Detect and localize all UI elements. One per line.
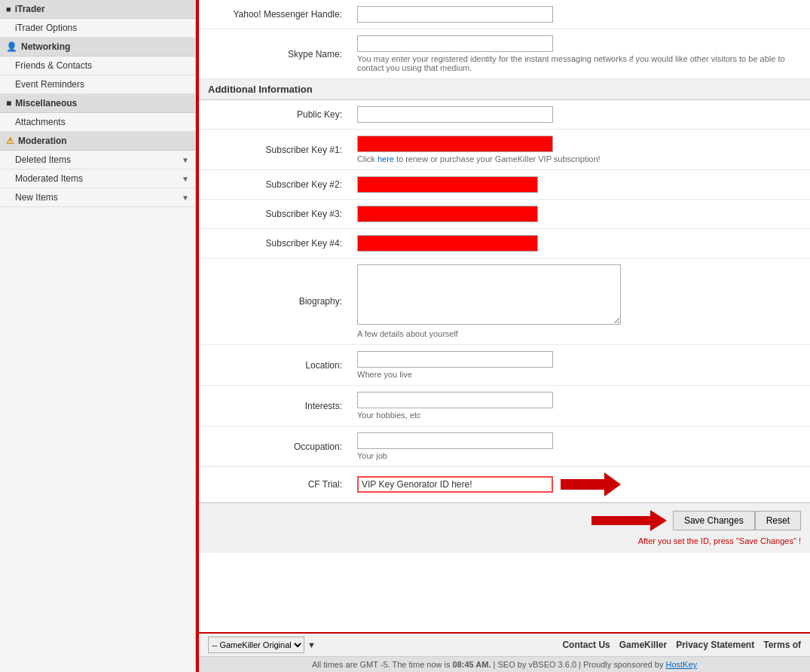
theme-select-area: -- GameKiller Original ▼ xyxy=(208,637,316,653)
subscriber-key-4-label: Subscriber Key #4: xyxy=(199,229,350,258)
chevron-down-icon: ▼ xyxy=(182,156,189,164)
sidebar-section-moderation-label: Moderation xyxy=(18,136,67,146)
yahoo-messenger-cell xyxy=(350,0,810,29)
cf-trial-arrow-icon xyxy=(561,473,621,496)
subscriber-key-1-link[interactable]: here xyxy=(377,154,394,163)
skype-cell: You may enter your registered identity f… xyxy=(350,29,810,79)
interests-label: Interests: xyxy=(199,386,350,426)
yahoo-messenger-label: Yahoo! Messenger Handle: xyxy=(199,0,350,29)
skype-label: Skype Name: xyxy=(199,29,350,79)
subscriber-key-3-cell xyxy=(350,200,810,229)
interests-cell: Your hobbies, etc xyxy=(350,386,810,426)
sidebar-section-networking-label: Networking xyxy=(21,41,70,52)
sidebar-item-itrader-options[interactable]: iTrader Options xyxy=(0,19,195,38)
subscriber-key-2-row: Subscriber Key #2: xyxy=(199,170,810,200)
sidebar-item-friends-contacts[interactable]: Friends & Contacts xyxy=(0,57,195,75)
location-cell: Where you live xyxy=(350,345,810,386)
cf-trial-row: CF Trial: xyxy=(199,467,810,502)
occupation-hint: Your job xyxy=(357,451,801,460)
interests-hint: Your hobbies, etc xyxy=(357,411,801,420)
outer-wrapper: ■ iTrader iTrader Options 👤 Networking F… xyxy=(0,0,810,672)
biography-hint: A few details about yourself xyxy=(357,329,801,338)
sidebar-section-itrader-label: iTrader xyxy=(15,4,45,14)
save-arrow-row: Save Changes Reset xyxy=(208,511,801,530)
subscriber-key-4-row: Subscriber Key #4: xyxy=(199,229,810,258)
subscriber-key-3-row: Subscriber Key #3: xyxy=(199,200,810,229)
footer-bottom-text: All times are GMT -5. The time now is 08… xyxy=(312,660,697,669)
skype-row: Skype Name: You may enter your registere… xyxy=(199,29,810,79)
save-arrow-icon xyxy=(591,511,667,530)
sidebar-item-deleted-items[interactable]: Deleted Items ▼ xyxy=(0,151,195,170)
main-content-wrapper: Yahoo! Messenger Handle: Skype Name: You… xyxy=(196,0,810,672)
footer-link-gamekiller[interactable]: GameKiller xyxy=(619,640,667,650)
sidebar: ■ iTrader iTrader Options 👤 Networking F… xyxy=(0,0,196,672)
yahoo-messenger-input[interactable] xyxy=(357,6,553,23)
additional-info-table: Public Key: Subscriber Key #1: Click her… xyxy=(199,100,810,502)
subscriber-key-4-cell xyxy=(350,229,810,258)
subscriber-key-2-cell xyxy=(350,170,810,200)
sidebar-item-event-reminders[interactable]: Event Reminders xyxy=(0,75,195,94)
footer-buttons-area: Save Changes Reset After you set the ID,… xyxy=(199,502,810,553)
subscriber-key-3-input[interactable] xyxy=(357,206,538,222)
cf-trial-cell xyxy=(350,467,810,502)
subscriber-key-2-input[interactable] xyxy=(357,176,538,193)
skype-hint: You may enter your registered identity f… xyxy=(357,54,801,72)
save-button[interactable]: Save Changes xyxy=(673,511,755,530)
skype-input[interactable] xyxy=(357,35,553,52)
occupation-input[interactable] xyxy=(357,432,553,449)
sidebar-section-itrader: ■ iTrader xyxy=(0,0,195,19)
alert-icon: ⚠ xyxy=(6,136,14,146)
public-key-row: Public Key: xyxy=(199,100,810,130)
chevron-down-icon: ▼ xyxy=(182,175,189,183)
sidebar-section-networking: 👤 Networking xyxy=(0,38,195,57)
sidebar-item-moderated-items[interactable]: Moderated Items ▼ xyxy=(0,170,195,188)
subscriber-key-4-input[interactable] xyxy=(357,235,538,252)
sidebar-item-attachments[interactable]: Attachments xyxy=(0,113,195,132)
cf-trial-input[interactable] xyxy=(357,476,553,493)
theme-select[interactable]: -- GameKiller Original xyxy=(208,637,304,653)
itrader-icon: ■ xyxy=(6,5,11,14)
sidebar-item-new-items[interactable]: New Items ▼ xyxy=(0,188,195,207)
subscriber-key-1-label: Subscriber Key #1: xyxy=(199,130,350,170)
biography-label: Biography: xyxy=(199,258,350,345)
yahoo-messenger-row: Yahoo! Messenger Handle: xyxy=(199,0,810,29)
subscriber-key-1-cell: Click here to renew or purchase your Gam… xyxy=(350,130,810,170)
main-content: Yahoo! Messenger Handle: Skype Name: You… xyxy=(199,0,810,632)
sidebar-section-miscellaneous: ■ Miscellaneous xyxy=(0,94,195,113)
location-hint: Where you live xyxy=(357,370,801,379)
save-hint-text: After you set the ID, press "Save Change… xyxy=(208,536,801,545)
subscriber-key-1-row: Subscriber Key #1: Click here to renew o… xyxy=(199,130,810,170)
page-wrapper: ■ iTrader iTrader Options 👤 Networking F… xyxy=(0,0,810,672)
footer-link-terms[interactable]: Terms of xyxy=(763,640,801,650)
interests-row: Interests: Your hobbies, etc xyxy=(199,386,810,426)
sponsor-link[interactable]: HostKey xyxy=(665,660,697,669)
occupation-label: Occupation: xyxy=(199,426,350,467)
subscriber-key-1-input[interactable] xyxy=(357,136,553,152)
occupation-cell: Your job xyxy=(350,426,810,467)
biography-row: Biography: A few details about yourself xyxy=(199,258,810,345)
subscriber-key-1-hint: Click here to renew or purchase your Gam… xyxy=(357,154,801,163)
networking-icon: 👤 xyxy=(6,41,17,52)
location-row: Location: Where you live xyxy=(199,345,810,386)
public-key-input[interactable] xyxy=(357,106,553,123)
biography-cell: A few details about yourself xyxy=(350,258,810,345)
reset-button[interactable]: Reset xyxy=(755,511,801,530)
misc-icon: ■ xyxy=(6,98,11,108)
additional-info-header: Additional Information xyxy=(199,79,810,100)
very-bottom-bar: All times are GMT -5. The time now is 08… xyxy=(199,656,810,672)
biography-textarea[interactable] xyxy=(357,264,621,325)
location-input[interactable] xyxy=(357,351,553,368)
interests-input[interactable] xyxy=(357,392,553,408)
footer-links: Contact Us GameKiller Privacy Statement … xyxy=(562,640,801,650)
public-key-label: Public Key: xyxy=(199,100,350,130)
footer-link-privacy[interactable]: Privacy Statement xyxy=(676,640,754,650)
sidebar-section-misc-label: Miscellaneous xyxy=(15,98,77,108)
footer-link-contact[interactable]: Contact Us xyxy=(562,640,610,650)
subscriber-key-3-label: Subscriber Key #3: xyxy=(199,200,350,229)
messenger-form-table: Yahoo! Messenger Handle: Skype Name: You… xyxy=(199,0,810,79)
bottom-footer: -- GameKiller Original ▼ Contact Us Game… xyxy=(199,632,810,656)
location-label: Location: xyxy=(199,345,350,386)
subscriber-key-2-label: Subscriber Key #2: xyxy=(199,170,350,200)
theme-select-arrow: ▼ xyxy=(307,640,316,649)
cf-trial-content xyxy=(357,473,801,496)
